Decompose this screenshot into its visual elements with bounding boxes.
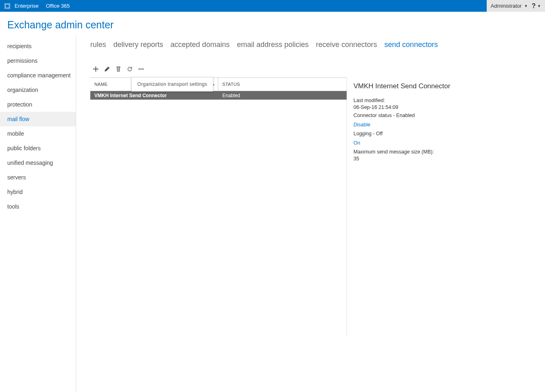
- table-header: NAME Organization transport settings ▲ S…: [90, 77, 347, 91]
- delete-button[interactable]: [115, 65, 122, 72]
- connector-status: Connector status - Enabled: [353, 113, 545, 118]
- details-panel: VMKH Internet Send Connector Last modifi…: [347, 77, 545, 337]
- more-button[interactable]: [137, 65, 145, 72]
- sidebar-item-protection[interactable]: protection: [0, 97, 76, 112]
- maxsize-label: Maximum send message size (MB):: [353, 149, 545, 155]
- cell-name: VMKH Internet Send Connector: [90, 91, 218, 100]
- col-name-label: NAME: [94, 82, 108, 87]
- tab-accepted-domains[interactable]: accepted domains: [170, 40, 230, 49]
- svg-point-4: [142, 68, 143, 69]
- maxsize-value: 35: [353, 156, 545, 162]
- sidebar-item-tools[interactable]: tools: [0, 199, 76, 214]
- table-row[interactable]: VMKH Internet Send Connector Enabled: [90, 91, 347, 100]
- caret-down-icon: ▼: [524, 4, 532, 8]
- sidebar-item-compliance[interactable]: compliance management: [0, 68, 76, 83]
- add-button[interactable]: [92, 65, 99, 72]
- sidebar-item-unifiedmessaging[interactable]: unified messaging: [0, 156, 76, 170]
- nav-enterprise[interactable]: Enterprise: [15, 3, 38, 9]
- details-title: VMKH Internet Send Connector: [353, 82, 545, 90]
- disable-link[interactable]: Disable: [353, 122, 370, 128]
- top-bar: Enterprise Office 365 Administrator ▼ ? …: [0, 0, 545, 12]
- nav-office365[interactable]: Office 365: [46, 3, 70, 9]
- col-name[interactable]: NAME Organization transport settings ▲: [90, 78, 218, 91]
- page-title: Exchange admin center: [0, 12, 545, 36]
- logging-status: Logging - Off: [353, 131, 545, 136]
- tab-receive-connectors[interactable]: receive connectors: [316, 40, 377, 49]
- tab-send-connectors[interactable]: send connectors: [384, 40, 438, 49]
- refresh-button[interactable]: [126, 65, 133, 72]
- sidebar-item-mailflow[interactable]: mail flow: [0, 112, 76, 126]
- user-menu[interactable]: Administrator: [491, 3, 524, 9]
- user-area: Administrator ▼ ? ▼: [487, 0, 545, 12]
- sidebar-item-servers[interactable]: servers: [0, 170, 76, 185]
- tab-delivery-reports[interactable]: delivery reports: [113, 40, 163, 49]
- toolbar: [90, 65, 545, 72]
- on-link[interactable]: On: [353, 140, 360, 146]
- caret-down-icon: ▼: [537, 4, 541, 8]
- sidebar-item-recipients[interactable]: recipients: [0, 39, 76, 53]
- sidebar-item-hybrid[interactable]: hybrid: [0, 185, 76, 199]
- sidebar-item-mobile[interactable]: mobile: [0, 126, 76, 141]
- svg-rect-1: [6, 4, 9, 8]
- svg-point-3: [141, 68, 141, 69]
- sidebar-item-permissions[interactable]: permissions: [0, 53, 76, 68]
- sidebar-item-publicfolders[interactable]: public folders: [0, 141, 76, 156]
- svg-point-2: [138, 68, 139, 69]
- main-content: rules delivery reports accepted domains …: [76, 36, 545, 392]
- help-button[interactable]: ?: [532, 2, 537, 10]
- list-area: NAME Organization transport settings ▲ S…: [90, 77, 347, 337]
- modified-value: 06-Sep-16 21:54:09: [353, 104, 545, 110]
- sidebar: recipients permissions compliance manage…: [0, 36, 76, 392]
- col-status[interactable]: STATUS: [218, 82, 344, 87]
- office-logo-icon: [4, 3, 11, 9]
- tab-rules[interactable]: rules: [90, 40, 106, 49]
- cell-status: Enabled: [218, 93, 344, 98]
- edit-button[interactable]: [103, 65, 111, 72]
- sidebar-item-organization[interactable]: organization: [0, 83, 76, 97]
- tab-email-policies[interactable]: email address policies: [237, 40, 309, 49]
- tabs: rules delivery reports accepted domains …: [90, 40, 545, 49]
- modified-label: Last modified:: [353, 98, 545, 103]
- tooltip: Organization transport settings: [131, 77, 213, 92]
